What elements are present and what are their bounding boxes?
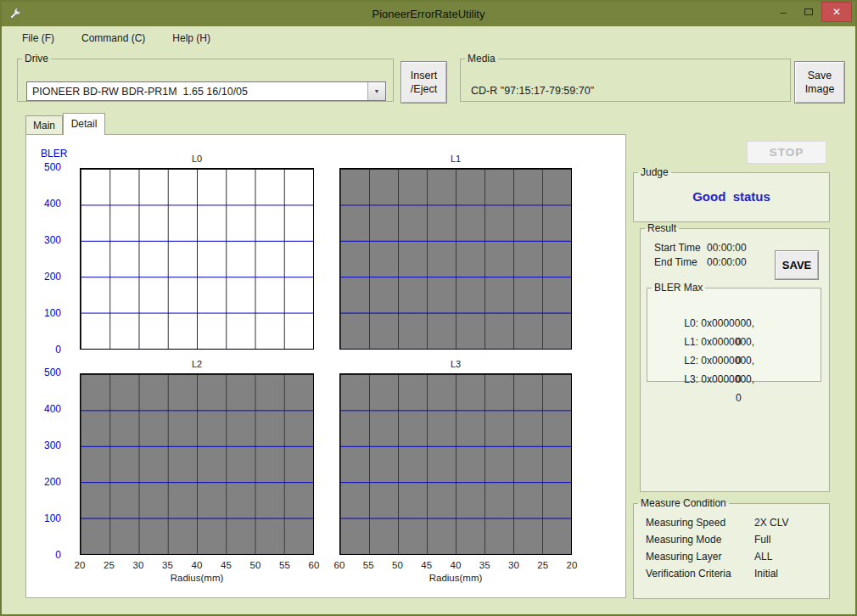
y-tick: 100	[44, 307, 61, 320]
stop-button[interactable]: STOP	[747, 141, 826, 164]
y-tick: 400	[44, 403, 61, 416]
x-tick: 60	[305, 560, 323, 572]
menu-file[interactable]: File (F)	[19, 31, 58, 46]
media-group-label: Media	[465, 53, 498, 64]
y-tick: 100	[44, 512, 61, 525]
bler-max-row-l2: L2: 0x0000000, 0	[647, 333, 821, 351]
verification-criteria-row: Verification Criteria Initial	[634, 565, 829, 582]
bler-max-rows: L0: 0x0000000, 0 L1: 0x0000000, 0 L2: 0x…	[647, 295, 821, 370]
x-axis-label-right: Radius(mm)	[339, 573, 572, 583]
measuring-mode-value: Full	[754, 531, 770, 548]
insert-eject-button[interactable]: Insert /Eject	[400, 61, 447, 104]
media-value: CD-R "97:15:17-79:59:70"	[471, 85, 594, 97]
bler-axis-label: BLER	[41, 148, 67, 160]
maximize-button[interactable]	[796, 2, 821, 22]
titlebar: PioneerErrorRateUtility – ✕	[2, 2, 855, 26]
chart-l3	[339, 373, 572, 555]
bler-max-l3-label: L3: 0x0000000,	[684, 373, 754, 385]
y-tick: 0	[55, 344, 61, 356]
bler-max-row-l1: L1: 0x0000000, 0	[647, 314, 821, 333]
judge-status: Good status	[634, 189, 829, 204]
x-tick: 50	[246, 560, 265, 572]
measuring-mode-row: Measuring Mode Full	[634, 531, 829, 548]
chevron-down-icon: ▼	[367, 82, 385, 100]
x-tick: 35	[475, 560, 494, 572]
x-tick: 45	[417, 560, 436, 572]
drive-selected-value: PIONEER BD-RW BDR-PR1M 1.65 16/10/05	[27, 86, 367, 98]
bler-max-group-label: BLER Max	[652, 282, 705, 294]
window-title: PioneerErrorRateUtility	[2, 8, 855, 20]
menu-command[interactable]: Command (C)	[78, 31, 148, 46]
chart-l2	[80, 373, 314, 555]
y-tick: 500	[44, 367, 61, 379]
menubar: File (F) Command (C) Help (H)	[2, 26, 855, 50]
tab-detail[interactable]: Detail	[63, 113, 105, 135]
end-time-label: End Time	[654, 256, 697, 268]
save-image-label-line2: Image	[805, 82, 835, 96]
y-tick: 300	[44, 234, 61, 247]
save-image-label-line1: Save	[808, 69, 832, 82]
drive-select[interactable]: PIONEER BD-RW BDR-PR1M 1.65 16/10/05 ▼	[26, 81, 386, 101]
x-axis-ticks-right: 60 55 50 45 40 35 30 25 20	[330, 560, 581, 572]
measuring-speed-value: 2X CLV	[754, 514, 788, 531]
bler-max-row-l0: L0: 0x0000000, 0	[647, 295, 821, 314]
x-tick: 50	[389, 560, 407, 572]
x-tick: 55	[359, 560, 378, 572]
minimize-button[interactable]: –	[770, 2, 796, 22]
y-tick: 300	[44, 440, 61, 452]
save-image-button[interactable]: Save Image	[794, 61, 845, 104]
start-time-label: Start Time	[654, 242, 701, 254]
x-tick: 60	[330, 560, 349, 572]
start-time-value: 00:00:00	[707, 241, 747, 255]
measuring-layer-row: Measuring Layer ALL	[634, 548, 829, 565]
save-button[interactable]: SAVE	[775, 250, 819, 280]
chart-title-l2: L2	[80, 359, 314, 369]
measuring-layer-label: Measuring Layer	[646, 551, 721, 563]
close-button[interactable]: ✕	[821, 2, 852, 22]
y-tick: 400	[44, 198, 61, 210]
x-tick: 20	[563, 560, 581, 572]
x-tick: 45	[217, 560, 236, 572]
tab-main[interactable]: Main	[25, 115, 63, 134]
drive-group-label: Drive	[22, 53, 51, 64]
y-tick: 200	[44, 271, 61, 283]
measuring-layer-value: ALL	[754, 548, 772, 565]
judge-group: Judge Good status	[633, 166, 830, 222]
x-tick: 30	[505, 560, 524, 572]
insert-eject-label-line1: Insert	[411, 69, 437, 82]
x-tick: 40	[188, 560, 206, 572]
y-tick: 200	[44, 476, 61, 489]
bler-max-l3-value: 0	[736, 389, 742, 407]
x-tick: 25	[100, 560, 119, 572]
x-tick: 40	[446, 560, 465, 572]
chart-title-l1: L1	[339, 154, 572, 164]
measure-condition-group-label: Measure Condition	[638, 497, 729, 509]
x-tick: 25	[534, 560, 552, 572]
measuring-mode-label: Measuring Mode	[646, 534, 721, 546]
x-tick: 20	[70, 560, 89, 572]
chart-title-l0: L0	[80, 154, 314, 164]
insert-eject-label-line2: /Eject	[411, 82, 437, 96]
y-tick: 500	[44, 161, 61, 174]
chart-l1	[339, 168, 572, 350]
judge-group-label: Judge	[638, 166, 671, 178]
chart-l0	[80, 168, 314, 350]
y-tick: 0	[55, 549, 61, 562]
bler-max-row-l3: L3: 0x0000000, 0	[647, 351, 821, 370]
maximize-icon	[804, 8, 813, 15]
x-tick: 30	[129, 560, 148, 572]
app-window: PioneerErrorRateUtility – ✕ File (F) Com…	[0, 0, 857, 616]
measure-condition-group: Measure Condition Measuring Speed 2X CLV…	[633, 497, 830, 599]
bler-max-group: BLER Max L0: 0x0000000, 0 L1: 0x0000000,…	[647, 282, 821, 382]
x-axis-label-left: Radius(mm)	[80, 573, 314, 583]
media-group: Media CD-R "97:15:17-79:59:70"	[460, 53, 791, 102]
result-group-label: Result	[645, 222, 679, 234]
y-axis-ticks-bottom: 500 400 300 200 100 0	[25, 367, 61, 562]
end-time-value: 00:00:00	[707, 255, 747, 270]
y-axis-ticks-top: 500 400 300 200 100 0	[25, 161, 61, 356]
measuring-speed-label: Measuring Speed	[646, 517, 725, 529]
x-tick: 55	[276, 560, 294, 572]
x-axis-ticks-left: 20 25 30 35 40 45 50 55 60	[70, 560, 323, 572]
measure-condition-rows: Measuring Speed 2X CLV Measuring Mode Fu…	[634, 514, 829, 582]
menu-help[interactable]: Help (H)	[169, 31, 214, 46]
